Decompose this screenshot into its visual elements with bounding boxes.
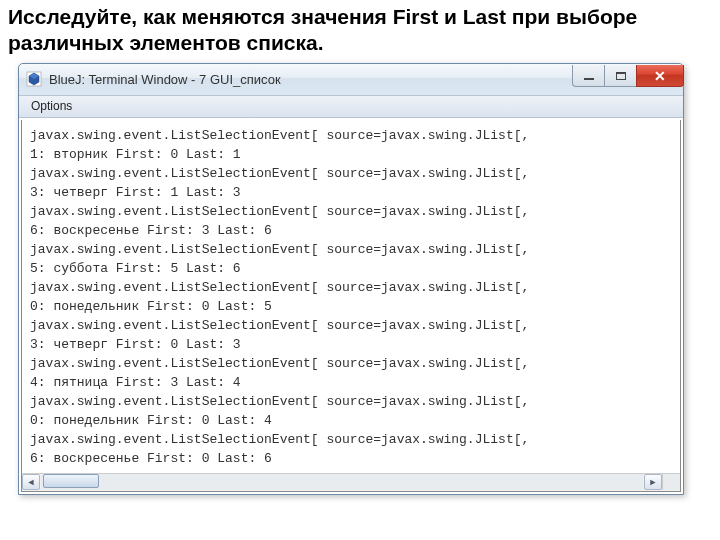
window-controls: ✕ — [572, 65, 684, 87]
window-title: BlueJ: Terminal Window - 7 GUI_список — [49, 72, 572, 87]
close-icon: ✕ — [654, 69, 666, 83]
terminal-window: BlueJ: Terminal Window - 7 GUI_список ✕ … — [18, 63, 684, 495]
bluej-icon — [25, 70, 43, 88]
scrollbar-track[interactable] — [41, 474, 643, 490]
menu-options[interactable]: Options — [25, 97, 78, 115]
terminal-content: javax.swing.event.ListSelectionEvent[ so… — [21, 120, 681, 492]
minimize-button[interactable] — [572, 65, 604, 87]
window-titlebar[interactable]: BlueJ: Terminal Window - 7 GUI_список ✕ — [19, 64, 683, 96]
close-button[interactable]: ✕ — [636, 65, 684, 87]
instruction-text: Исследуйте, как меняются значения First … — [0, 0, 720, 63]
chevron-right-icon: ► — [649, 477, 658, 487]
scrollbar-thumb[interactable] — [43, 474, 99, 488]
scroll-left-button[interactable]: ◄ — [22, 474, 40, 490]
chevron-left-icon: ◄ — [27, 477, 36, 487]
terminal-output: javax.swing.event.ListSelectionEvent[ so… — [22, 120, 680, 468]
maximize-icon — [616, 72, 626, 80]
minimize-icon — [584, 78, 594, 80]
maximize-button[interactable] — [604, 65, 636, 87]
scrollbar-corner — [662, 474, 680, 490]
menubar: Options — [19, 96, 683, 118]
scroll-right-button[interactable]: ► — [644, 474, 662, 490]
horizontal-scrollbar[interactable]: ◄ ► — [22, 473, 680, 491]
